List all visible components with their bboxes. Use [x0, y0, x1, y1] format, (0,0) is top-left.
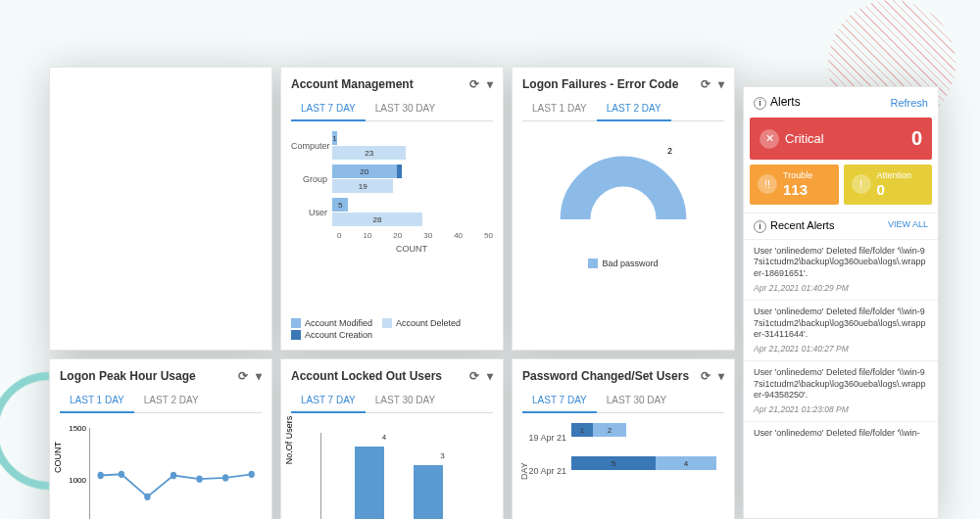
hbar-chart: Computer 1 23 Group 20 19 User 5 28: [291, 131, 493, 310]
swatch-icon: [291, 330, 301, 340]
svg-point-0: [97, 472, 103, 479]
bar-seg: 4: [656, 456, 716, 470]
menu-icon[interactable]: ▾: [487, 369, 493, 383]
svg-point-6: [249, 471, 255, 478]
y-label: No.Of Users: [284, 415, 294, 464]
info-icon: i: [754, 97, 766, 110]
cat-label: User: [291, 208, 332, 217]
bar-seg: 5: [332, 198, 348, 212]
refresh-icon[interactable]: ⟳: [238, 369, 248, 383]
bar: 3: [414, 465, 443, 519]
empty-card: [49, 67, 272, 351]
exclaim-icon: !!: [758, 174, 777, 194]
tab-last2[interactable]: LAST 2 DAY: [134, 391, 209, 412]
card-account-management: Account Management ⟳ ▾ LAST 7 DAY LAST 3…: [280, 67, 504, 351]
card-title: Account Locked Out Users: [291, 369, 442, 383]
card-title: Password Changed/Set Users: [522, 369, 689, 383]
bar-seg: 2: [593, 423, 626, 437]
menu-icon[interactable]: ▾: [487, 77, 493, 91]
tabs: LAST 7 DAY LAST 30 DAY: [291, 99, 493, 121]
tab-last2[interactable]: LAST 2 DAY: [597, 99, 671, 121]
vbar-chart: 4 3: [320, 433, 488, 519]
alert-text: User 'onlinedemo' Deleted file/folder '\…: [754, 428, 928, 440]
bar-seg: [397, 165, 402, 178]
tab-last7[interactable]: LAST 7 DAY: [522, 391, 597, 413]
y-label: DAY: [519, 462, 529, 480]
bar-seg: 20: [332, 165, 397, 178]
svg-point-2: [144, 494, 150, 500]
tab-last30[interactable]: LAST 30 DAY: [597, 391, 676, 412]
alerts-panel: iAlerts Refresh ✕Critical 0 !! Trouble11…: [743, 86, 939, 519]
svg-point-4: [196, 476, 202, 483]
view-all-link[interactable]: VIEW ALL: [888, 219, 928, 233]
line-chart: 1500 1000: [89, 428, 257, 519]
svg-point-5: [222, 474, 228, 481]
menu-icon[interactable]: ▾: [718, 369, 724, 383]
refresh-icon[interactable]: ⟳: [701, 77, 710, 91]
svg-point-3: [171, 472, 176, 479]
bar: 4: [355, 447, 384, 519]
tab-last7[interactable]: LAST 7 DAY: [291, 99, 366, 121]
alert-text: User 'onlinedemo' Deleted file/folder '\…: [754, 246, 928, 280]
card-title: Account Management: [291, 77, 414, 91]
bar-seg: 28: [332, 212, 422, 226]
alert-text: User 'onlinedemo' Deleted file/folder '\…: [754, 367, 928, 401]
alert-item[interactable]: User 'onlinedemo' Deleted file/folder '\…: [744, 239, 938, 300]
cat-label: Computer: [291, 141, 332, 151]
refresh-icon[interactable]: ⟳: [701, 369, 710, 383]
tab-last7[interactable]: LAST 7 DAY: [291, 391, 366, 413]
card-password-changed: Password Changed/Set Users ⟳▾ LAST 7 DAY…: [512, 358, 735, 519]
refresh-icon[interactable]: ⟳: [469, 369, 479, 383]
card-title: Logon Failures - Error Code: [522, 77, 678, 91]
menu-icon[interactable]: ▾: [256, 369, 262, 383]
alert-time: Apr 21,2021 01:40:29 PM: [754, 283, 928, 294]
tab-last1[interactable]: LAST 1 DAY: [522, 99, 597, 120]
card-logon-failures: Logon Failures - Error Code ⟳▾ LAST 1 DA…: [512, 67, 735, 351]
alert-attention[interactable]: ! Attention0: [844, 165, 933, 205]
swatch-icon: [291, 318, 301, 328]
tab-last30[interactable]: LAST 30 DAY: [366, 391, 445, 412]
bar-seg: 1: [571, 423, 593, 437]
bar-seg: 1: [332, 131, 337, 145]
alert-text: User 'onlinedemo' Deleted file/folder '\…: [754, 307, 928, 341]
tab-last30[interactable]: LAST 30 DAY: [366, 99, 445, 120]
bar-seg: 23: [332, 146, 406, 160]
menu-icon[interactable]: ▾: [718, 77, 724, 91]
donut-value: 2: [667, 146, 672, 156]
x-axis: 01020304050: [337, 231, 493, 240]
legend: Account Modified Account Deleted Account…: [291, 318, 493, 340]
close-icon: ✕: [760, 129, 779, 149]
alerts-title: iAlerts: [754, 95, 801, 110]
alert-item[interactable]: User 'onlinedemo' Deleted file/folder '\…: [744, 300, 938, 360]
dashboard-grid: Account Management ⟳ ▾ LAST 7 DAY LAST 3…: [49, 67, 735, 519]
bar-seg: 19: [332, 179, 393, 193]
info-icon: i: [754, 220, 766, 233]
swatch-icon: [382, 318, 392, 328]
refresh-icon[interactable]: ⟳: [469, 77, 479, 91]
alert-item[interactable]: User 'onlinedemo' Deleted file/folder '\…: [744, 421, 938, 446]
alert-trouble[interactable]: !! Trouble113: [750, 165, 839, 205]
alert-time: Apr 21,2021 01:23:08 PM: [754, 404, 928, 415]
alert-item[interactable]: User 'onlinedemo' Deleted file/folder '\…: [744, 360, 938, 421]
critical-count: 0: [911, 127, 922, 150]
recent-title: iRecent Alerts: [754, 219, 834, 233]
alert-time: Apr 21,2021 01:40:27 PM: [754, 344, 928, 354]
refresh-link[interactable]: Refresh: [890, 97, 928, 109]
x-label: COUNT: [330, 244, 493, 254]
svg-point-1: [119, 471, 124, 478]
alert-critical[interactable]: ✕Critical 0: [750, 118, 932, 160]
exclaim-icon: !: [852, 174, 871, 194]
cat-label: Group: [291, 174, 332, 184]
cat-label: 20 Apr 21: [522, 466, 571, 476]
bar-seg: 5: [571, 456, 656, 470]
cat-label: 19 Apr 21: [522, 433, 571, 443]
card-locked-out: Account Locked Out Users ⟳▾ LAST 7 DAY L…: [280, 358, 504, 519]
donut-chart: 2: [555, 151, 692, 229]
